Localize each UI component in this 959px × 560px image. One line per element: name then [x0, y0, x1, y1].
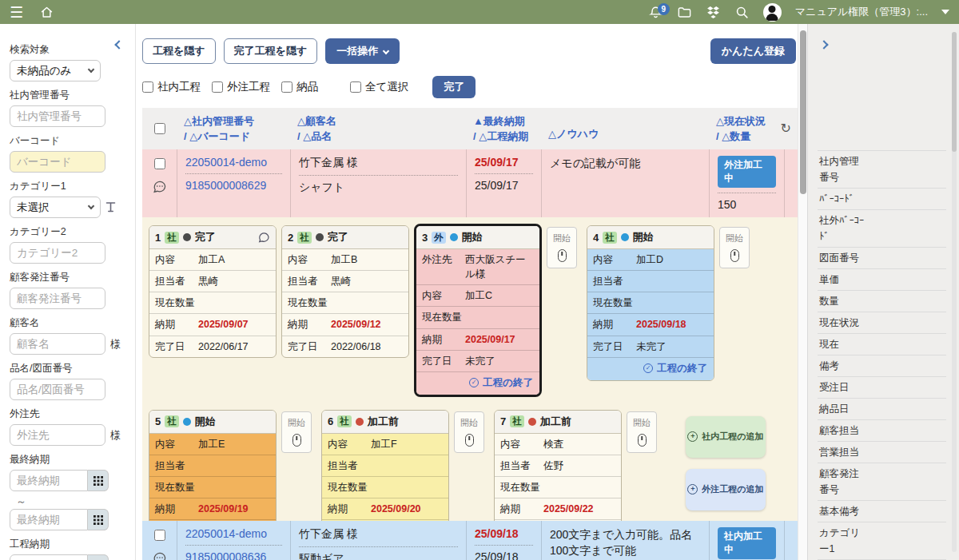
checkbox-external-process[interactable]: 外注工程 — [212, 80, 270, 94]
barcode-input[interactable] — [10, 151, 105, 173]
add-internal-process-button[interactable]: +社内工程の追加 — [686, 416, 766, 458]
orders-table: △社内管理番号/ △バーコード △顧客名/ △品名 ▲最終納期/ △工程納期 △… — [142, 108, 798, 560]
process-card-2[interactable]: 2社完了 内容加工B 担当者黒崎 現在数量 納期2025/09/12 完了日20… — [281, 225, 409, 358]
internal-id-input[interactable] — [10, 105, 105, 127]
detail-field: 納品日 — [818, 399, 946, 420]
notifications-button[interactable]: 9 — [648, 5, 663, 20]
start-process-tab[interactable]: 開始 — [281, 411, 312, 453]
customer-name-input[interactable] — [10, 333, 105, 355]
comment-bubble-icon[interactable] — [152, 550, 167, 560]
detail-field-list: 社内管理番号 ﾊﾞｰｺｰﾄﾞ 社外ﾊﾞｰｺｰﾄﾞ 図面番号 単価 数量 現在状況… — [818, 150, 946, 560]
detail-field: 単価 — [818, 269, 946, 291]
calendar-button[interactable] — [88, 509, 109, 530]
row-checkbox[interactable] — [154, 158, 165, 169]
customer-name-label: 顧客名 — [10, 316, 129, 330]
chevron-down-icon — [383, 48, 389, 54]
customer-order-input[interactable] — [10, 288, 105, 309]
bulk-action-button[interactable]: 一括操作 — [325, 38, 400, 64]
clear-filter-icon[interactable] — [105, 201, 116, 213]
checkbox-external-process-input[interactable] — [212, 81, 223, 93]
table-row[interactable]: 22050014-demo9185000008629 竹下金属 様シャフト 25… — [142, 149, 798, 217]
col-internal-id[interactable]: △社内管理番号/ △バーコード — [177, 109, 291, 149]
avatar[interactable] — [763, 3, 782, 22]
search-sidebar: 検索対象 未納品のみ 社内管理番号 バーコード カテゴリー1 未選択 カテゴリー… — [0, 24, 136, 560]
comment-bubble-icon[interactable] — [152, 179, 167, 194]
row-checkbox[interactable] — [154, 530, 165, 541]
checkbox-internal-process[interactable]: 社内工程 — [142, 80, 201, 94]
internal-chip: 社 — [165, 415, 179, 427]
process-card-3-selected[interactable]: 3外開始 外注先西大阪スチール様 内容加工C 現在数量 納期2025/09/17… — [414, 224, 542, 397]
search-target-select[interactable]: 未納品のみ — [10, 60, 101, 81]
final-due-date: 25/09/17 — [475, 156, 519, 169]
final-due-to-input[interactable] — [10, 509, 88, 530]
process-card-4[interactable]: 4社開始 内容加工D 担当者 現在数量 納期2025/09/18 完了日未完了 … — [587, 225, 714, 381]
checkbox-delivery-input[interactable] — [281, 81, 292, 93]
internal-chip: 社 — [603, 232, 617, 244]
barcode-link[interactable]: 9185000008636 — [185, 550, 266, 560]
product-name: シャフト — [299, 181, 344, 193]
detail-field: 顧客発注番号 — [818, 463, 946, 501]
col-customer[interactable]: △顧客名/ △品名 — [291, 109, 467, 149]
checkbox-delivery[interactable]: 納品 — [281, 80, 318, 94]
user-role-title: マニュアル権限（管理3）:... — [795, 5, 928, 19]
category1-select[interactable]: 未選択 — [10, 197, 101, 218]
refresh-icon[interactable]: ↻ — [774, 114, 798, 143]
quick-register-button[interactable]: かんたん登録 — [710, 38, 796, 64]
start-process-tab[interactable]: 開始 — [454, 411, 484, 453]
detail-field: カテゴリー1 — [818, 522, 946, 560]
detail-panel: 社内管理番号 ﾊﾞｰｺｰﾄﾞ 社外ﾊﾞｰｺｰﾄﾞ 図面番号 単価 数量 現在状況… — [807, 24, 959, 560]
checkbox-select-all[interactable]: 全て選択 — [350, 80, 408, 94]
folder-icon[interactable] — [677, 5, 692, 20]
checkbox-select-all-input[interactable] — [350, 81, 361, 93]
range-tilde: ～ — [16, 494, 129, 509]
start-process-tab[interactable]: 開始 — [627, 411, 657, 453]
order-id-link[interactable]: 22050014-demo — [185, 527, 267, 540]
collapse-sidebar-button[interactable] — [116, 37, 122, 51]
end-process-link[interactable]: ✓工程の終了 — [587, 358, 714, 380]
topbar: ☰ 9 マニュアル権限（管理3）:... — [0, 0, 959, 24]
notification-badge: 9 — [658, 3, 670, 15]
mouse-icon — [558, 249, 567, 262]
main-scrollbar[interactable] — [798, 24, 807, 560]
user-menu-caret-icon[interactable] — [941, 10, 949, 14]
barcode-link[interactable]: 9185000008629 — [185, 179, 266, 192]
select-all-rows-checkbox[interactable] — [154, 123, 165, 134]
end-process-link[interactable]: ✓工程の終了 — [416, 372, 539, 395]
final-due-date: 25/09/18 — [475, 527, 519, 540]
start-process-tab[interactable]: 開始 — [719, 227, 750, 268]
col-due[interactable]: ▲最終納期/ △工程納期 — [467, 109, 542, 149]
dropbox-icon[interactable] — [706, 5, 721, 20]
col-knowhow[interactable]: △ノウハウ — [542, 110, 710, 147]
internal-chip: 社 — [510, 415, 524, 427]
expand-panel-button[interactable] — [821, 37, 827, 51]
start-process-tab[interactable]: 開始 — [547, 227, 577, 268]
hide-completed-steps-button[interactable]: 完了工程を隠す — [224, 38, 318, 64]
final-due-from-input[interactable] — [10, 470, 88, 491]
panel-scrollbar-thumb[interactable] — [952, 32, 957, 152]
hamburger-menu-icon[interactable]: ☰ — [10, 5, 23, 20]
search-target-label: 検索対象 — [10, 43, 129, 57]
process-card-1[interactable]: 1社完了 内容加工A 担当者黒崎 現在数量 納期2025/09/07 完了日20… — [149, 225, 277, 358]
home-icon[interactable] — [39, 5, 54, 20]
table-row[interactable]: 22050014-demo9185000008636 竹下金属 様駆動ギア 25… — [142, 521, 798, 560]
circle-check-icon: ✓ — [469, 378, 479, 387]
order-id-link[interactable]: 22050014-demo — [185, 156, 267, 169]
category2-input[interactable] — [10, 242, 105, 264]
chevron-down-icon — [88, 66, 94, 72]
add-external-process-button[interactable]: +外注工程の追加 — [686, 469, 766, 510]
hide-steps-button[interactable]: 工程を隠す — [142, 38, 216, 64]
search-icon[interactable] — [734, 5, 750, 20]
product-name-input[interactable] — [10, 379, 105, 400]
calendar-button[interactable] — [88, 470, 109, 491]
final-due-label: 最終納期 — [10, 453, 129, 467]
calendar-button[interactable] — [88, 554, 109, 560]
vendor-input[interactable] — [10, 424, 105, 446]
process-due-from-input[interactable] — [10, 554, 88, 560]
checkbox-internal-process-input[interactable] — [142, 81, 153, 93]
knowhow-memo: 200文字まで入力可能。品名100文字まで可能 — [542, 521, 710, 560]
status-dot — [621, 233, 629, 241]
table-header: △社内管理番号/ △バーコード △顧客名/ △品名 ▲最終納期/ △工程納期 △… — [142, 108, 798, 149]
complete-button[interactable]: 完了 — [432, 76, 476, 98]
comment-bubble-icon[interactable] — [257, 231, 270, 244]
scrollbar-thumb[interactable] — [800, 30, 806, 194]
